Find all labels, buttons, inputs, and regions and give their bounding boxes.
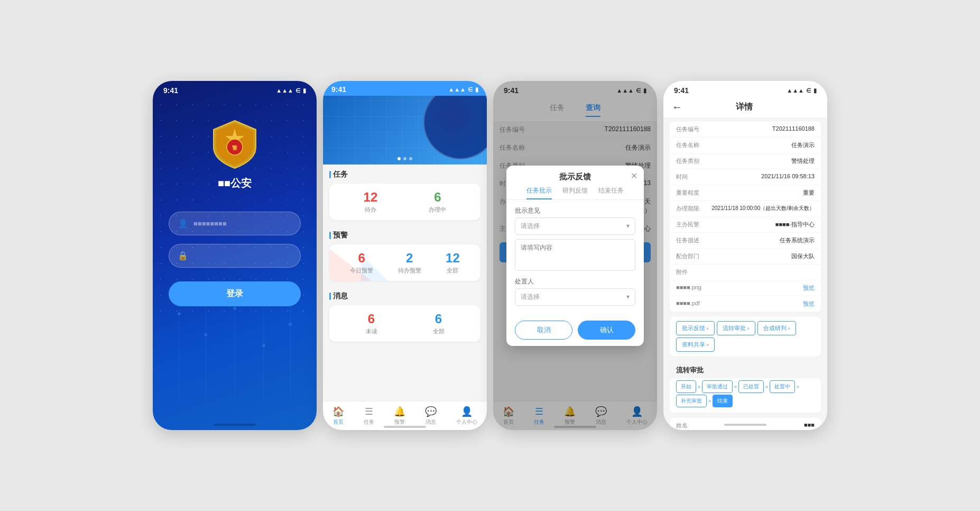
- action-btn-feedback[interactable]: 批示反馈 »: [676, 321, 715, 335]
- d-desc-row: 任务描述 任务系统演示: [670, 233, 821, 249]
- username-input-container[interactable]: 👤: [169, 212, 301, 235]
- login-body: 警 ■■公安 👤 🔒 登录: [153, 97, 317, 317]
- warning-pending-num: 2: [398, 251, 421, 266]
- warning-section-title: 预警: [329, 225, 480, 244]
- modal-cancel-button[interactable]: 取消: [515, 321, 572, 340]
- flow-processing[interactable]: 处置中: [770, 380, 795, 393]
- flow-arrow-3: »: [765, 384, 768, 389]
- message-stats-card: 6 未读 6 全部: [329, 305, 480, 342]
- flow-processed[interactable]: 已处置: [738, 380, 764, 393]
- d-attach2-action[interactable]: 预览: [705, 300, 815, 308]
- status-bar-4: 9:41 ▲▲▲ ∈ ▮: [663, 81, 827, 97]
- user-icon: 👤: [178, 218, 188, 229]
- home-indicator: [214, 424, 256, 426]
- d-attach2-row: ■■■■.pdf 预览: [670, 296, 821, 312]
- task-processing-item: 6 办理中: [429, 190, 446, 214]
- d-dept-label: 配合部门: [676, 252, 705, 260]
- modal-opinion-label: 批示意见: [515, 206, 635, 215]
- flow-start[interactable]: 开始: [676, 380, 696, 393]
- status-time-4: 9:41: [674, 86, 689, 95]
- nav-warning-2[interactable]: 🔔 预警: [394, 406, 405, 426]
- nav-message-label-2: 消息: [426, 418, 436, 426]
- password-input[interactable]: [193, 252, 292, 260]
- d-attach2-name: ■■■■.pdf: [676, 300, 705, 308]
- d-time-row: 时间 2021/11/16 09:58:13: [670, 169, 821, 185]
- modal-opinion-placeholder: 请选择: [521, 222, 540, 231]
- back-button[interactable]: ←: [672, 101, 682, 113]
- d-task-name-value: 任务演示: [705, 141, 815, 149]
- action-btn-flow[interactable]: 流转审批 »: [717, 321, 755, 335]
- d-attach1-action[interactable]: 预览: [705, 284, 815, 292]
- header-banner: [323, 96, 487, 165]
- task-processing-label: 办理中: [429, 206, 446, 214]
- modal-close-button[interactable]: ✕: [631, 171, 637, 181]
- status-icons-2: ▲▲▲ ∈ ▮: [448, 86, 478, 93]
- modal-content-input[interactable]: [515, 239, 635, 271]
- flow-supplement[interactable]: 补充审批: [676, 395, 707, 407]
- d-task-id-value: T202111160188: [705, 125, 815, 133]
- d-desc-label: 任务描述: [676, 236, 705, 244]
- lock-icon: 🔒: [178, 251, 188, 261]
- msg-unread-item: 6 未读: [366, 312, 377, 335]
- modal-footer: 取消 确认: [506, 316, 644, 346]
- task-stats-card: 12 待办 6 办理中: [329, 184, 480, 220]
- nav-task-2[interactable]: ☰ 任务: [364, 406, 374, 426]
- warning-today-item: 6 今日预警: [350, 251, 373, 275]
- action-btn-share[interactable]: 资料共享 »: [676, 337, 715, 352]
- d-name-label: 姓名: [676, 422, 705, 430]
- password-input-container[interactable]: 🔒: [169, 244, 301, 268]
- modal-handler-select[interactable]: 请选择 ▾: [515, 288, 635, 306]
- d-task-type-row: 任务类别 警情处理: [670, 153, 821, 169]
- svg-text:警: 警: [232, 145, 238, 151]
- d-deadline-row: 办理期限 2021/11/18 10:00:00（超出天数/剩余天数）: [670, 201, 821, 217]
- flow-end[interactable]: 结束: [713, 395, 733, 407]
- username-input[interactable]: [193, 220, 292, 227]
- modal-handler-placeholder: 请选择: [521, 293, 540, 302]
- modal-handler-chevron-icon: ▾: [626, 293, 630, 300]
- home-indicator-4: [724, 424, 766, 426]
- home-screen: 9:41 ▲▲▲ ∈ ▮ 任务 12 待办: [323, 81, 487, 430]
- home-nav-icon: 🏠: [332, 406, 344, 417]
- modal-tab-3[interactable]: 结束任务: [598, 186, 624, 199]
- nav-home-2[interactable]: 🏠 首页: [332, 406, 344, 426]
- modal-confirm-button[interactable]: 确认: [578, 321, 635, 340]
- warning-pending-item: 2 待办预警: [398, 251, 421, 275]
- signal-icon-4: ▲▲▲: [787, 87, 804, 94]
- detail-info-card: 任务编号 T202111160188 任务名称 任务演示 任务类别 警情处理 时…: [670, 122, 821, 312]
- status-icons-1: ▲▲▲ ∈ ▮: [276, 87, 306, 94]
- signal-icon: ▲▲▲: [276, 87, 293, 94]
- flow-arrow-4: »: [797, 384, 799, 389]
- d-attach-spacer: [705, 268, 815, 276]
- nav-warning-label-2: 预警: [394, 418, 405, 426]
- modal-body: 批示意见 请选择 ▾ 处置人 请选择 ▾: [506, 200, 644, 316]
- d-host-value: ■■■■-指导中心: [705, 221, 815, 229]
- arrow-icon-2: »: [747, 326, 750, 331]
- d-deadline-label: 办理期限: [676, 205, 705, 213]
- flow-section-title: 流转审批: [670, 361, 821, 378]
- login-button[interactable]: 登录: [169, 281, 301, 306]
- d-attach-label: 附件: [676, 268, 705, 276]
- dot-1: [397, 157, 401, 160]
- nav-message-2[interactable]: 💬 消息: [425, 406, 437, 426]
- home-indicator-3: [554, 426, 596, 428]
- warning-pending-label: 待办预警: [398, 267, 421, 275]
- flow-approve[interactable]: 审批通过: [702, 380, 733, 393]
- modal-header: 批示反馈 ✕: [506, 166, 644, 182]
- feedback-modal: 批示反馈 ✕ 任务批示 研判反馈 结束任务 批示意见 请选择 ▾ 处置人: [506, 166, 644, 346]
- warning-all-label: 全部: [446, 267, 460, 275]
- d-attach-label-row: 附件: [670, 264, 821, 280]
- nav-task-label-2: 任务: [364, 418, 374, 426]
- home-indicator-2: [384, 426, 426, 428]
- status-time-1: 9:41: [163, 86, 178, 95]
- modal-tab-1[interactable]: 任务批示: [526, 186, 552, 199]
- task-nav-icon: ☰: [365, 406, 373, 417]
- banner-pagination: [397, 157, 412, 160]
- nav-profile-2[interactable]: 👤 个人中心: [456, 406, 477, 426]
- wifi-icon-2: ∈: [468, 86, 473, 93]
- modal-tab-2[interactable]: 研判反馈: [562, 186, 588, 199]
- modal-opinion-select[interactable]: 请选择 ▾: [515, 217, 635, 235]
- task-pending-label: 待办: [364, 206, 378, 214]
- action-btn-analysis[interactable]: 合成研判 »: [757, 321, 796, 335]
- wifi-icon: ∈: [295, 87, 301, 94]
- d-importance-value: 重要: [705, 189, 815, 197]
